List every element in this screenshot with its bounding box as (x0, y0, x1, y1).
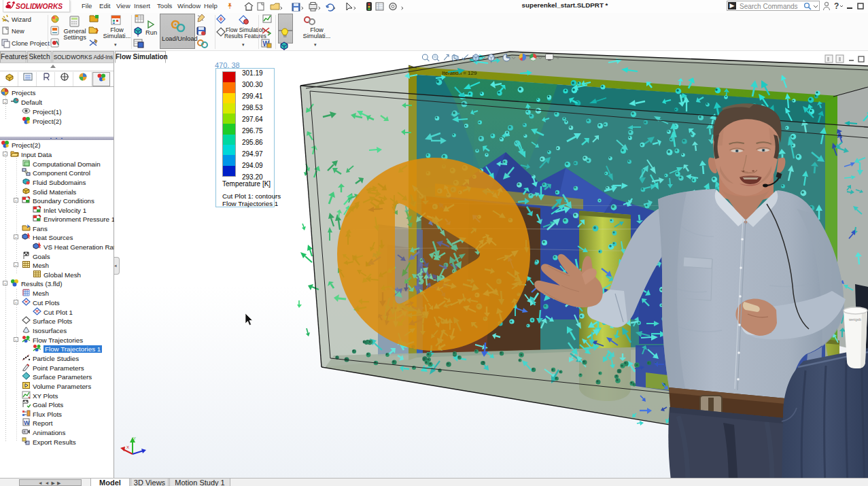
svg-text:?: ? (834, 1, 839, 11)
svg-text:X: X (126, 445, 129, 449)
svg-text:wenigstb: wenigstb (849, 318, 861, 322)
svg-text:Y: Y (133, 436, 136, 440)
svg-text:SOLID: SOLID (16, 3, 37, 10)
svg-text:WORKS: WORKS (36, 3, 63, 10)
svg-text:W: W (24, 419, 30, 426)
